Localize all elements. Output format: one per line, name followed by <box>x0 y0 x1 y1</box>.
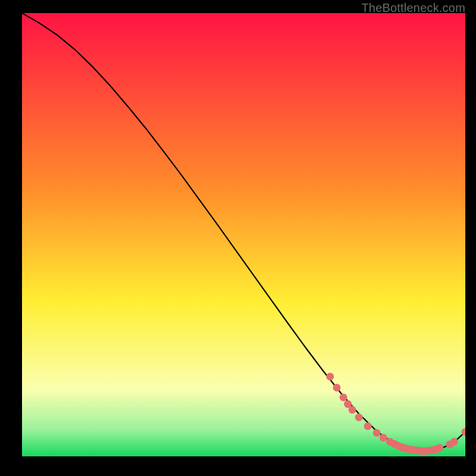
data-marker <box>436 444 443 452</box>
data-marker <box>364 422 372 430</box>
data-marker <box>373 429 381 437</box>
chart-frame: TheBottleneck.com <box>0 0 476 476</box>
bottleneck-chart <box>22 13 465 456</box>
data-marker <box>326 372 334 380</box>
data-marker <box>333 384 340 392</box>
plot-area <box>22 13 465 456</box>
data-marker <box>380 434 387 441</box>
data-marker <box>450 438 458 446</box>
gradient-background <box>22 13 465 456</box>
data-marker <box>355 414 363 421</box>
data-marker <box>349 406 356 414</box>
data-marker <box>340 393 347 401</box>
